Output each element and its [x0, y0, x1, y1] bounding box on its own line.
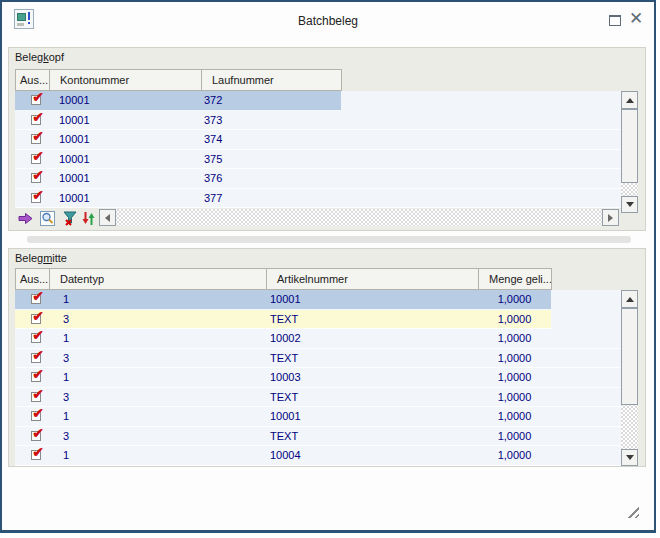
- table-cell: 1,0000: [478, 388, 551, 406]
- belegkopf-table-body: 1000137210001373100013741000137510001376…: [15, 91, 621, 208]
- table-cell: 1: [63, 290, 69, 308]
- column-header-datentyp[interactable]: Datentyp: [49, 268, 267, 290]
- sort-up-down-icon[interactable]: [80, 210, 97, 227]
- table-row[interactable]: 1100011,0000: [15, 407, 621, 427]
- table-cell: 1,0000: [478, 427, 551, 445]
- table-row[interactable]: 10001376: [15, 169, 621, 189]
- window-title: Batchbeleg: [2, 14, 654, 28]
- jump-arrow-icon[interactable]: [17, 210, 34, 227]
- maximize-button[interactable]: [609, 15, 621, 26]
- table-row[interactable]: 10001377: [15, 189, 621, 209]
- table-cell: 10001: [59, 111, 90, 129]
- row-checkbox[interactable]: [31, 173, 41, 183]
- find-icon[interactable]: [39, 210, 56, 227]
- resize-grip[interactable]: [625, 504, 639, 518]
- label-text: opf: [49, 51, 64, 63]
- label-text: Beleg: [15, 51, 43, 63]
- row-checkbox[interactable]: [31, 372, 41, 382]
- table-cell: 1: [63, 407, 69, 425]
- row-checkbox[interactable]: [31, 95, 41, 105]
- table-cell: 3: [63, 310, 69, 328]
- table-row[interactable]: 1100041,0000: [15, 446, 621, 466]
- arrow-down-icon: [626, 202, 634, 207]
- row-checkbox[interactable]: [31, 154, 41, 164]
- row-checkbox[interactable]: [31, 314, 41, 324]
- scroll-right-button[interactable]: [602, 209, 619, 226]
- table-cell: 1: [63, 368, 69, 386]
- table-row[interactable]: 10001375: [15, 150, 621, 170]
- table-cell: 1: [63, 329, 69, 347]
- belegkopf-label: Belegkopf: [15, 51, 64, 63]
- scroll-thumb[interactable]: [621, 109, 638, 183]
- table-cell: 1,0000: [478, 310, 551, 328]
- column-header-menge[interactable]: Menge geli...: [478, 268, 552, 290]
- label-text: Beleg: [15, 252, 43, 264]
- table-row[interactable]: 3TEXT1,0000: [15, 349, 621, 369]
- table-row[interactable]: 1100011,0000: [15, 290, 551, 310]
- table-cell: 10001: [270, 407, 301, 425]
- belegkopf-section: Belegkopf Aus... Kontonummer Laufnummer …: [8, 47, 646, 231]
- table-cell: 373: [204, 111, 222, 129]
- batchbeleg-dialog: Batchbeleg ✕ Belegkopf Aus... Kontonumme…: [0, 0, 656, 533]
- table-cell: 10001: [59, 189, 90, 207]
- table-cell: 374: [204, 130, 222, 148]
- table-cell: 3: [63, 349, 69, 367]
- table-cell: 1,0000: [478, 329, 551, 347]
- table-row[interactable]: 3TEXT1,0000: [15, 388, 621, 408]
- scroll-thumb[interactable]: [621, 308, 638, 405]
- column-header-aus[interactable]: Aus...: [15, 268, 50, 290]
- label-text: itte: [52, 252, 67, 264]
- column-header-kontonummer[interactable]: Kontonummer: [49, 69, 202, 91]
- column-header-artikelnummer[interactable]: Artikelnummer: [266, 268, 479, 290]
- table-row[interactable]: 10001373: [15, 111, 621, 131]
- row-checkbox[interactable]: [31, 450, 41, 460]
- scroll-up-button[interactable]: [621, 290, 638, 308]
- table-cell: 1,0000: [478, 349, 551, 367]
- table-cell: 372: [204, 91, 222, 109]
- column-header-aus[interactable]: Aus...: [15, 69, 50, 91]
- close-button[interactable]: ✕: [627, 8, 645, 30]
- table-row[interactable]: 3TEXT1,0000: [15, 310, 551, 330]
- table-cell: 1,0000: [478, 368, 551, 386]
- arrow-left-icon: [105, 214, 110, 222]
- belegkopf-vertical-scrollbar[interactable]: [621, 91, 638, 213]
- scroll-down-button[interactable]: [621, 196, 638, 213]
- table-row[interactable]: 1100021,0000: [15, 329, 621, 349]
- section-divider: [27, 236, 631, 243]
- row-checkbox[interactable]: [31, 431, 41, 441]
- row-checkbox[interactable]: [31, 193, 41, 203]
- row-checkbox[interactable]: [31, 392, 41, 402]
- belegmitte-table-body: 1100011,00003TEXT1,00001100021,00003TEXT…: [15, 290, 621, 466]
- table-row[interactable]: 10001372: [15, 91, 341, 111]
- row-checkbox[interactable]: [31, 294, 41, 304]
- arrow-up-icon: [626, 297, 634, 302]
- belegkopf-horizontal-scrollbar[interactable]: [99, 209, 619, 226]
- scroll-left-button[interactable]: [99, 209, 116, 226]
- arrow-down-icon: [626, 455, 634, 460]
- scroll-down-button[interactable]: [621, 449, 638, 466]
- row-checkbox[interactable]: [31, 411, 41, 421]
- row-checkbox[interactable]: [31, 333, 41, 343]
- row-checkbox[interactable]: [31, 115, 41, 125]
- table-cell: 1,0000: [478, 407, 551, 425]
- row-checkbox[interactable]: [31, 134, 41, 144]
- table-cell: 10002: [270, 329, 301, 347]
- table-row[interactable]: 3TEXT1,0000: [15, 427, 621, 447]
- column-header-laufnummer[interactable]: Laufnummer: [201, 69, 342, 91]
- table-row[interactable]: 1100031,0000: [15, 368, 621, 388]
- scroll-up-button[interactable]: [621, 91, 638, 109]
- belegmitte-label: Belegmitte: [15, 252, 67, 264]
- table-cell: TEXT: [270, 310, 298, 328]
- remove-filter-icon[interactable]: [62, 210, 79, 227]
- row-checkbox[interactable]: [31, 353, 41, 363]
- titlebar[interactable]: Batchbeleg ✕: [2, 2, 654, 44]
- table-cell: 10001: [59, 91, 90, 109]
- table-cell: 377: [204, 189, 222, 207]
- table-cell: 10001: [59, 169, 90, 187]
- belegmitte-vertical-scrollbar[interactable]: [621, 290, 638, 466]
- arrow-right-icon: [608, 214, 613, 222]
- table-row[interactable]: 10001374: [15, 130, 621, 150]
- table-cell: TEXT: [270, 427, 298, 445]
- table-cell: 1: [63, 446, 69, 464]
- table-cell: 10001: [270, 290, 301, 308]
